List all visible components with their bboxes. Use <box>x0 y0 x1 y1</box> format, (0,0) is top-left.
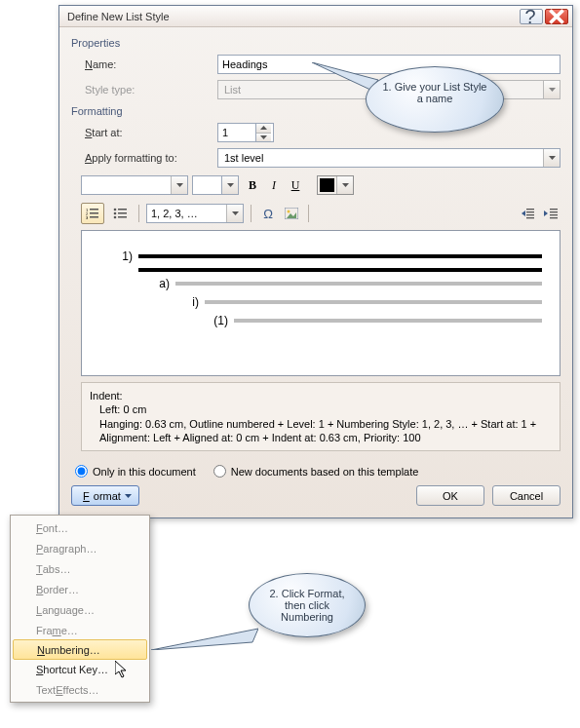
menu-shortcut-key[interactable]: Shortcut Key… <box>13 659 147 679</box>
font-color-combo[interactable] <box>317 175 354 195</box>
new-docs-template-radio[interactable]: New documents based on this template <box>213 465 419 478</box>
callout-tail-icon <box>312 62 378 90</box>
svg-text:1: 1 <box>86 208 89 212</box>
bulleted-list-button[interactable] <box>108 203 132 224</box>
svg-rect-2 <box>90 209 98 211</box>
menu-frame[interactable]: Frame… <box>13 620 147 640</box>
menu-language[interactable]: Language… <box>13 599 147 620</box>
decrease-indent-button[interactable] <box>518 204 537 223</box>
menu-font[interactable]: Font… <box>13 517 147 538</box>
insert-picture-button[interactable] <box>282 204 301 223</box>
chevron-down-icon[interactable] <box>336 176 353 194</box>
svg-rect-4 <box>90 212 98 214</box>
chevron-down-icon[interactable] <box>221 176 238 194</box>
spin-down-icon[interactable] <box>256 134 271 142</box>
svg-text:?: ? <box>524 6 535 27</box>
format-button[interactable]: Format <box>71 485 139 506</box>
color-swatch-icon <box>320 178 334 192</box>
style-type-label: Style type: <box>71 84 217 96</box>
name-input[interactable] <box>217 55 561 74</box>
svg-point-11 <box>114 216 117 219</box>
svg-point-9 <box>114 212 117 215</box>
chevron-down-icon <box>543 81 560 98</box>
titlebar: Define New List Style ? <box>59 6 572 27</box>
svg-rect-12 <box>118 216 127 218</box>
svg-point-7 <box>114 209 117 211</box>
apply-to-label: Apply formatting to: <box>71 152 217 164</box>
chevron-down-icon <box>125 494 132 498</box>
start-at-spinner[interactable] <box>217 123 274 142</box>
italic-button[interactable]: I <box>264 175 284 195</box>
chevron-down-icon[interactable] <box>226 205 243 222</box>
callout-name: 1. Give your List Style a name <box>366 66 504 133</box>
ok-button[interactable]: OK <box>416 485 484 506</box>
svg-text:2: 2 <box>86 211 89 216</box>
svg-rect-16 <box>526 211 534 212</box>
spin-up-icon[interactable] <box>256 124 271 134</box>
list-toolbar: 123 1, 2, 3, … Ω <box>81 203 561 224</box>
name-label: Name: <box>71 58 217 70</box>
chevron-down-icon[interactable] <box>543 149 560 167</box>
number-format-combo[interactable]: 1, 2, 3, … <box>146 204 244 223</box>
menu-numbering[interactable]: Numbering… <box>13 639 147 660</box>
bold-button[interactable]: B <box>243 175 262 195</box>
style-description: Indent: Left: 0 cm Hanging: 0.63 cm, Out… <box>81 382 561 451</box>
font-size-combo[interactable] <box>192 175 239 195</box>
svg-rect-13 <box>285 208 298 219</box>
list-preview: 1) a) i) (1) <box>81 230 561 376</box>
format-menu: Font… Paragraph… Tabs… Border… Language…… <box>10 515 150 703</box>
menu-text-effects[interactable]: Text Effects… <box>13 679 147 700</box>
section-properties: Properties <box>71 37 561 49</box>
menu-border[interactable]: Border… <box>13 579 147 599</box>
callout-format: 2. Click Format, then click Numbering <box>249 573 366 637</box>
svg-rect-10 <box>118 212 127 214</box>
apply-to-combo[interactable]: 1st level <box>217 148 561 168</box>
svg-rect-19 <box>550 209 558 210</box>
numbered-list-button[interactable]: 123 <box>81 203 104 224</box>
svg-rect-18 <box>526 217 534 218</box>
svg-rect-20 <box>550 211 558 212</box>
start-at-label: Start at: <box>71 127 217 138</box>
svg-point-14 <box>288 211 290 213</box>
svg-rect-6 <box>90 216 98 218</box>
svg-rect-8 <box>118 209 127 211</box>
underline-button[interactable]: U <box>286 175 305 195</box>
callout-tail-icon <box>151 621 258 650</box>
increase-indent-button[interactable] <box>541 204 561 223</box>
only-this-doc-radio[interactable]: Only in this document <box>75 465 196 478</box>
close-button[interactable] <box>545 9 568 24</box>
insert-symbol-button[interactable]: Ω <box>258 204 278 223</box>
svg-rect-17 <box>526 214 534 215</box>
start-at-input[interactable] <box>218 124 255 141</box>
chevron-down-icon[interactable] <box>171 176 187 194</box>
help-button[interactable]: ? <box>520 9 543 24</box>
svg-rect-21 <box>550 214 558 215</box>
cancel-button[interactable]: Cancel <box>492 485 561 506</box>
svg-text:3: 3 <box>86 215 89 219</box>
svg-rect-22 <box>550 217 558 218</box>
font-family-combo[interactable] <box>81 175 188 195</box>
menu-tabs[interactable]: Tabs… <box>13 558 147 579</box>
svg-rect-15 <box>526 209 534 210</box>
dialog-title: Define New List Style <box>67 11 518 22</box>
menu-paragraph[interactable]: Paragraph… <box>13 538 147 558</box>
font-toolbar: B I U <box>81 175 561 195</box>
